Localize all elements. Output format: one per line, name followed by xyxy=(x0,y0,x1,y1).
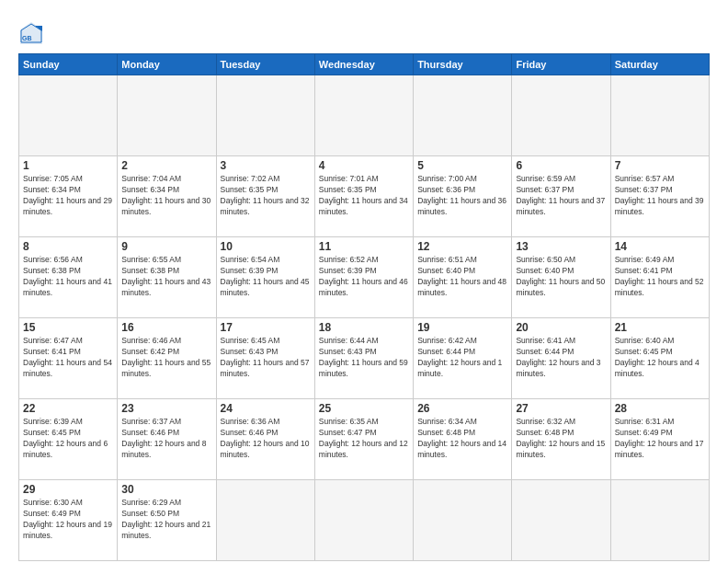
calendar-week-row: 8Sunrise: 6:56 AMSunset: 6:38 PMDaylight… xyxy=(19,237,710,318)
calendar-cell xyxy=(610,75,709,156)
calendar-cell: 1Sunrise: 7:05 AMSunset: 6:34 PMDaylight… xyxy=(19,156,118,237)
calendar-cell: 23Sunrise: 6:37 AMSunset: 6:46 PMDayligh… xyxy=(118,399,216,480)
day-number: 15 xyxy=(23,321,113,334)
calendar-cell: 8Sunrise: 6:56 AMSunset: 6:38 PMDaylight… xyxy=(19,237,118,318)
calendar-cell: 2Sunrise: 7:04 AMSunset: 6:34 PMDaylight… xyxy=(118,156,216,237)
calendar-cell xyxy=(512,480,610,561)
day-info: Sunrise: 6:44 AMSunset: 6:43 PMDaylight:… xyxy=(319,336,409,380)
calendar-header-row: SundayMondayTuesdayWednesdayThursdayFrid… xyxy=(19,54,710,75)
calendar-cell: 21Sunrise: 6:40 AMSunset: 6:45 PMDayligh… xyxy=(610,318,709,399)
col-header-saturday: Saturday xyxy=(610,54,709,75)
day-number: 3 xyxy=(221,159,311,172)
day-info: Sunrise: 6:46 AMSunset: 6:42 PMDaylight:… xyxy=(121,336,211,380)
logo-icon: GB xyxy=(18,20,44,46)
calendar-cell: 20Sunrise: 6:41 AMSunset: 6:44 PMDayligh… xyxy=(512,318,610,399)
calendar-cell xyxy=(414,75,512,156)
calendar-cell: 22Sunrise: 6:39 AMSunset: 6:45 PMDayligh… xyxy=(19,399,118,480)
day-number: 25 xyxy=(319,402,409,415)
day-info: Sunrise: 6:45 AMSunset: 6:43 PMDaylight:… xyxy=(221,336,311,380)
day-info: Sunrise: 6:40 AMSunset: 6:45 PMDaylight:… xyxy=(615,336,705,380)
day-info: Sunrise: 6:49 AMSunset: 6:41 PMDaylight:… xyxy=(615,255,705,299)
day-number: 14 xyxy=(615,240,705,253)
calendar-cell: 9Sunrise: 6:55 AMSunset: 6:38 PMDaylight… xyxy=(118,237,216,318)
day-number: 13 xyxy=(516,240,606,253)
day-number: 10 xyxy=(221,240,311,253)
day-number: 19 xyxy=(417,321,507,334)
day-info: Sunrise: 6:37 AMSunset: 6:46 PMDaylight:… xyxy=(121,417,211,461)
calendar-week-row: 1Sunrise: 7:05 AMSunset: 6:34 PMDaylight… xyxy=(19,156,710,237)
calendar-cell: 27Sunrise: 6:32 AMSunset: 6:48 PMDayligh… xyxy=(512,399,610,480)
day-info: Sunrise: 7:02 AMSunset: 6:35 PMDaylight:… xyxy=(221,174,311,218)
calendar-cell: 12Sunrise: 6:51 AMSunset: 6:40 PMDayligh… xyxy=(414,237,512,318)
calendar-cell: 4Sunrise: 7:01 AMSunset: 6:35 PMDaylight… xyxy=(314,156,413,237)
calendar-cell: 15Sunrise: 6:47 AMSunset: 6:41 PMDayligh… xyxy=(19,318,118,399)
day-number: 27 xyxy=(516,402,606,415)
day-number: 7 xyxy=(615,159,705,172)
calendar-cell xyxy=(414,480,512,561)
day-number: 26 xyxy=(417,402,507,415)
calendar-week-row: 15Sunrise: 6:47 AMSunset: 6:41 PMDayligh… xyxy=(19,318,710,399)
calendar-cell: 29Sunrise: 6:30 AMSunset: 6:49 PMDayligh… xyxy=(19,480,118,561)
calendar-week-row: 22Sunrise: 6:39 AMSunset: 6:45 PMDayligh… xyxy=(19,399,710,480)
calendar-week-row xyxy=(19,75,710,156)
calendar-cell: 7Sunrise: 6:57 AMSunset: 6:37 PMDaylight… xyxy=(610,156,709,237)
day-number: 17 xyxy=(221,321,311,334)
calendar-cell: 13Sunrise: 6:50 AMSunset: 6:40 PMDayligh… xyxy=(512,237,610,318)
day-info: Sunrise: 6:52 AMSunset: 6:39 PMDaylight:… xyxy=(319,255,409,299)
day-number: 30 xyxy=(121,483,211,496)
day-info: Sunrise: 6:54 AMSunset: 6:39 PMDaylight:… xyxy=(221,255,311,299)
calendar-cell: 17Sunrise: 6:45 AMSunset: 6:43 PMDayligh… xyxy=(216,318,314,399)
day-info: Sunrise: 6:36 AMSunset: 6:46 PMDaylight:… xyxy=(221,417,311,461)
logo: GB xyxy=(18,20,48,46)
day-number: 9 xyxy=(121,240,211,253)
calendar-cell: 5Sunrise: 7:00 AMSunset: 6:36 PMDaylight… xyxy=(414,156,512,237)
day-number: 28 xyxy=(615,402,705,415)
day-number: 22 xyxy=(23,402,113,415)
col-header-sunday: Sunday xyxy=(19,54,118,75)
day-number: 23 xyxy=(121,402,211,415)
day-info: Sunrise: 7:00 AMSunset: 6:36 PMDaylight:… xyxy=(417,174,507,218)
day-number: 11 xyxy=(319,240,409,253)
calendar-cell: 28Sunrise: 6:31 AMSunset: 6:49 PMDayligh… xyxy=(610,399,709,480)
day-info: Sunrise: 6:29 AMSunset: 6:50 PMDaylight:… xyxy=(121,498,211,542)
day-info: Sunrise: 6:31 AMSunset: 6:49 PMDaylight:… xyxy=(615,417,705,461)
calendar-cell xyxy=(610,480,709,561)
day-info: Sunrise: 6:59 AMSunset: 6:37 PMDaylight:… xyxy=(516,174,606,218)
col-header-friday: Friday xyxy=(512,54,610,75)
day-info: Sunrise: 6:32 AMSunset: 6:48 PMDaylight:… xyxy=(516,417,606,461)
day-number: 8 xyxy=(23,240,113,253)
day-info: Sunrise: 7:05 AMSunset: 6:34 PMDaylight:… xyxy=(23,174,113,218)
day-number: 20 xyxy=(516,321,606,334)
calendar-cell xyxy=(512,75,610,156)
calendar-cell xyxy=(118,75,216,156)
day-number: 5 xyxy=(417,159,507,172)
col-header-monday: Monday xyxy=(118,54,216,75)
day-info: Sunrise: 7:01 AMSunset: 6:35 PMDaylight:… xyxy=(319,174,409,218)
day-info: Sunrise: 6:34 AMSunset: 6:48 PMDaylight:… xyxy=(417,417,507,461)
day-number: 18 xyxy=(319,321,409,334)
day-info: Sunrise: 7:04 AMSunset: 6:34 PMDaylight:… xyxy=(121,174,211,218)
day-info: Sunrise: 6:39 AMSunset: 6:45 PMDaylight:… xyxy=(23,417,113,461)
calendar-cell: 30Sunrise: 6:29 AMSunset: 6:50 PMDayligh… xyxy=(118,480,216,561)
header: GB xyxy=(18,17,710,46)
day-number: 12 xyxy=(417,240,507,253)
col-header-thursday: Thursday xyxy=(414,54,512,75)
day-number: 6 xyxy=(516,159,606,172)
calendar-cell: 26Sunrise: 6:34 AMSunset: 6:48 PMDayligh… xyxy=(414,399,512,480)
day-info: Sunrise: 6:41 AMSunset: 6:44 PMDaylight:… xyxy=(516,336,606,380)
calendar-cell: 19Sunrise: 6:42 AMSunset: 6:44 PMDayligh… xyxy=(414,318,512,399)
calendar-cell: 10Sunrise: 6:54 AMSunset: 6:39 PMDayligh… xyxy=(216,237,314,318)
page: GB SundayMondayTuesdayWednesdayThursdayF… xyxy=(0,0,728,563)
calendar-cell xyxy=(216,75,314,156)
calendar-cell xyxy=(216,480,314,561)
calendar-cell xyxy=(314,75,413,156)
calendar-cell: 11Sunrise: 6:52 AMSunset: 6:39 PMDayligh… xyxy=(314,237,413,318)
day-number: 21 xyxy=(615,321,705,334)
calendar-week-row: 29Sunrise: 6:30 AMSunset: 6:49 PMDayligh… xyxy=(19,480,710,561)
day-info: Sunrise: 6:55 AMSunset: 6:38 PMDaylight:… xyxy=(121,255,211,299)
calendar-cell xyxy=(314,480,413,561)
calendar-cell: 6Sunrise: 6:59 AMSunset: 6:37 PMDaylight… xyxy=(512,156,610,237)
day-number: 2 xyxy=(121,159,211,172)
calendar-cell: 3Sunrise: 7:02 AMSunset: 6:35 PMDaylight… xyxy=(216,156,314,237)
calendar-cell: 18Sunrise: 6:44 AMSunset: 6:43 PMDayligh… xyxy=(314,318,413,399)
